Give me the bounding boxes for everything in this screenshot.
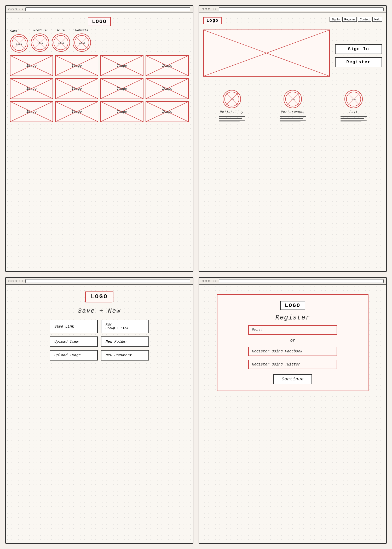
icon-svg-website: iCoN xyxy=(74,35,90,50)
img-label-6: Image xyxy=(72,87,82,91)
website-icon-item: Website iCoN xyxy=(73,29,91,53)
svg-text:iCoN: iCoN xyxy=(290,99,295,101)
upload-item-btn[interactable]: Upload Item xyxy=(50,336,98,347)
svg-text:iCoN: iCoN xyxy=(37,42,43,45)
image-10[interactable]: Image xyxy=(55,101,98,122)
back-icon[interactable]: ‹ xyxy=(19,8,21,11)
edit-text xyxy=(341,116,367,122)
forward-icon[interactable]: › xyxy=(22,8,24,11)
register-twitter-btn[interactable]: Register using Twitter xyxy=(248,360,337,369)
svg-text:iCoN: iCoN xyxy=(351,99,356,101)
profile-icon-circle[interactable]: iCoN xyxy=(31,33,49,52)
p4-logo-box: LOGO xyxy=(280,301,305,310)
img-label-1: Image xyxy=(26,64,37,68)
profile-label: Profile xyxy=(33,29,47,32)
back-icon-4[interactable]: ‹ xyxy=(212,279,214,283)
p2-header: Logo SignIn Register Contact Help xyxy=(203,17,382,24)
section-divider xyxy=(203,87,382,87)
register-outer-box: LOGO Register or Register using Facebook xyxy=(217,294,368,391)
image-11[interactable]: Image xyxy=(100,101,143,122)
panel-3: ‹ › LOGO Save + New Save Link NEWGroup +… xyxy=(5,277,193,544)
p2-hero: Sign In Register xyxy=(203,30,382,82)
p1-header: LOGO xyxy=(10,17,189,26)
edit-icon[interactable]: iCoN xyxy=(344,90,363,108)
new-document-btn[interactable]: New Document xyxy=(101,350,149,361)
image-1[interactable]: Image xyxy=(10,55,53,76)
p1-images-grid: Image Image Image Image Image xyxy=(10,55,189,122)
back-icon-3[interactable]: ‹ xyxy=(19,279,21,283)
url-bar-2[interactable] xyxy=(219,7,384,11)
register-facebook-btn[interactable]: Register using Facebook xyxy=(248,347,337,356)
image-2[interactable]: Image xyxy=(55,55,98,76)
image-6[interactable]: Image xyxy=(55,78,98,99)
browser-nav-3[interactable]: ‹ › xyxy=(19,279,23,283)
img-label-11: Image xyxy=(117,110,127,114)
website-icon-circle[interactable]: iCoN xyxy=(73,33,91,52)
help-nav-btn[interactable]: Help xyxy=(372,17,382,22)
p3-logo-box: LOGO xyxy=(85,291,114,302)
sign-in-button[interactable]: Sign In xyxy=(335,44,382,54)
file-icon-circle[interactable]: iCoN xyxy=(52,33,70,52)
browser-dots-2 xyxy=(202,8,210,10)
p4-logo-text: LOGO xyxy=(285,302,301,308)
upload-image-btn[interactable]: Upload Image xyxy=(50,350,98,361)
save-icon-circle[interactable]: iCoN xyxy=(10,34,28,53)
p2-hero-left xyxy=(203,30,330,82)
logo-box-1: LOGO xyxy=(88,17,111,26)
feature-performance: iCoN Performance xyxy=(264,90,321,122)
register-button[interactable]: Register xyxy=(335,57,382,67)
reliability-label: Reliability xyxy=(220,110,244,114)
image-3[interactable]: Image xyxy=(100,55,143,76)
url-bar-3[interactable] xyxy=(25,279,190,283)
url-bar-1[interactable] xyxy=(25,7,190,11)
browser-nav-2[interactable]: ‹ › xyxy=(212,8,217,11)
svg-text:iCoN: iCoN xyxy=(16,43,22,45)
browser-nav-1[interactable]: ‹ › xyxy=(19,8,23,11)
image-4[interactable]: Image xyxy=(146,55,189,76)
edit-label: Edit xyxy=(349,110,358,114)
dot-1 xyxy=(8,8,10,10)
image-12[interactable]: Image xyxy=(146,101,189,122)
dot-3 xyxy=(15,8,17,10)
img-label-4: Image xyxy=(162,64,172,68)
forward-icon-3[interactable]: › xyxy=(22,279,24,283)
url-bar-4[interactable] xyxy=(219,279,384,283)
forward-icon-2[interactable]: › xyxy=(215,8,217,11)
browser-bar-1: ‹ › xyxy=(6,6,193,13)
p1-icons-row: SAVE iCoN Profile xyxy=(10,29,189,53)
p4-title: Register xyxy=(275,314,310,322)
browser-dots-3 xyxy=(8,280,17,282)
p3-save-new-content: LOGO Save + New Save Link NEWGroup + Lin… xyxy=(10,289,189,361)
back-icon-2[interactable]: ‹ xyxy=(212,8,214,11)
image-9[interactable]: Image xyxy=(10,101,53,122)
page-grid: ‹ › LOGO SAVE xyxy=(0,0,392,549)
email-input[interactable] xyxy=(248,325,337,335)
icon-svg-reliability: iCoN xyxy=(224,91,240,107)
register-nav-btn[interactable]: Register xyxy=(342,17,357,22)
image-7[interactable]: Image xyxy=(100,78,143,99)
dot-10 xyxy=(202,280,204,282)
signin-nav-btn[interactable]: SignIn xyxy=(330,17,341,22)
browser-nav-4[interactable]: ‹ › xyxy=(212,279,217,283)
continue-btn[interactable]: Continue xyxy=(273,374,312,384)
browser-dots-1 xyxy=(8,8,17,10)
new-folder-btn[interactable]: New Folder xyxy=(101,336,149,347)
p2-features: iCoN Reliability xyxy=(203,90,382,122)
performance-text xyxy=(280,116,306,122)
image-5[interactable]: Image xyxy=(10,78,53,99)
image-8[interactable]: Image xyxy=(146,78,189,99)
forward-icon-4[interactable]: › xyxy=(215,279,217,283)
dot-2 xyxy=(11,8,14,10)
new-group-link-btn[interactable]: NEWGroup + Link xyxy=(101,320,149,333)
browser-bar-4: ‹ › xyxy=(199,278,386,285)
p3-title: Save + New xyxy=(78,307,121,314)
logo-box-2: Logo xyxy=(203,17,222,24)
dot-8 xyxy=(11,280,14,282)
contact-nav-btn[interactable]: Contact xyxy=(358,17,371,22)
dot-9 xyxy=(15,280,17,282)
performance-icon[interactable]: iCoN xyxy=(284,90,302,108)
reliability-icon[interactable]: iCoN xyxy=(223,90,241,108)
img-label-12: Image xyxy=(162,110,172,114)
img-label-5: Image xyxy=(26,87,37,91)
save-link-btn[interactable]: Save Link xyxy=(50,320,98,333)
